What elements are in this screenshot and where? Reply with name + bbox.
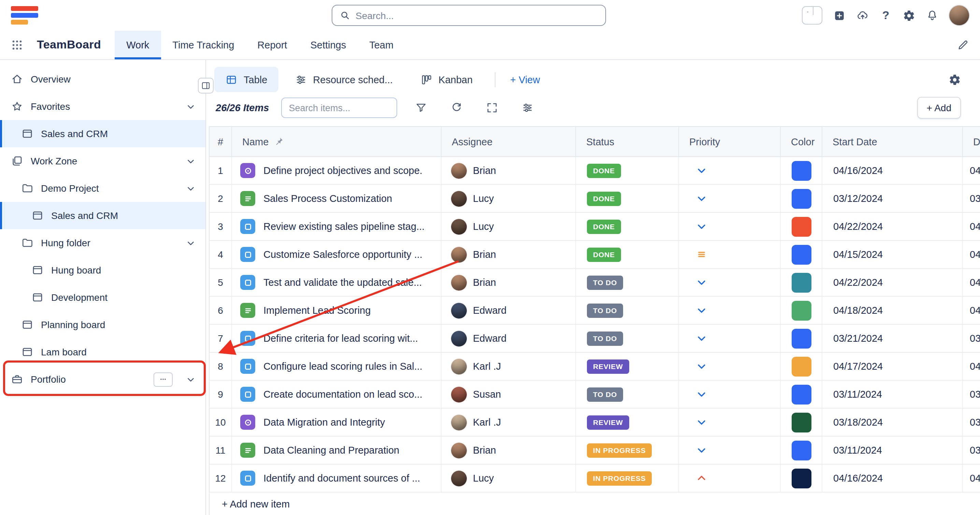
start-date-cell[interactable]: 03/12/2024 [822, 185, 963, 212]
priority-up-button[interactable] [695, 472, 708, 484]
assignee-cell[interactable]: Brian [442, 269, 576, 296]
start-date-cell[interactable]: 04/16/2024 [822, 464, 963, 492]
name-cell[interactable]: Create documentation on lead sco... [232, 381, 442, 408]
status-badge[interactable]: DONE [587, 219, 621, 234]
nav-tab-report[interactable]: Report [246, 31, 299, 59]
nav-tab-settings[interactable]: Settings [299, 31, 358, 59]
name-cell[interactable]: Define criteria for lead scoring wit... [232, 325, 442, 352]
sidebar-item-planning-board[interactable]: Planning board [0, 311, 205, 339]
start-date-cell[interactable]: 03/11/2024 [822, 381, 963, 408]
table-row[interactable]: 6Implement Lead ScoringEdwardTO DO04/18/… [210, 297, 980, 325]
due-date-cell[interactable]: 04 [963, 464, 980, 492]
assignee-cell[interactable]: Karl .J [442, 353, 576, 380]
color-swatch[interactable] [791, 300, 811, 320]
global-search-input[interactable] [356, 10, 598, 21]
color-swatch[interactable] [791, 245, 811, 264]
name-cell[interactable]: Identify and document sources of ... [232, 464, 442, 492]
start-date-cell[interactable]: 04/15/2024 [822, 241, 963, 268]
priority-down-button[interactable] [695, 304, 708, 316]
table-row[interactable]: 1Define project objectives and scope.Bri… [210, 157, 980, 185]
quick-add-button[interactable] [833, 9, 846, 21]
sidebar-item-sales-and-crm[interactable]: Sales and CRM [0, 202, 205, 229]
assignee-cell[interactable]: Susan [442, 381, 576, 408]
name-cell[interactable]: Define project objectives and scope. [232, 157, 442, 184]
chevron-down-icon[interactable] [186, 156, 196, 166]
color-swatch[interactable] [791, 440, 811, 460]
start-date-cell[interactable]: 03/11/2024 [822, 437, 963, 464]
view-tab-table[interactable]: Table [214, 67, 278, 92]
cloud-sync-button[interactable] [856, 9, 869, 21]
table-row[interactable]: 7Define criteria for lead scoring wit...… [210, 325, 980, 353]
table-row[interactable]: 5Test and validate the updated sale...Br… [210, 269, 980, 297]
start-date-cell[interactable]: 04/22/2024 [822, 269, 963, 296]
priority-down-button[interactable] [695, 388, 708, 401]
color-swatch[interactable] [791, 356, 811, 376]
table-row[interactable]: 9Create documentation on lead sco...Susa… [210, 381, 980, 409]
priority-down-button[interactable] [695, 276, 708, 289]
sidebar-item-favorites[interactable]: Favorites [0, 93, 205, 120]
color-swatch[interactable] [791, 272, 811, 292]
table-row[interactable]: 11Data Cleaning and PreparationBrianIN P… [210, 437, 980, 464]
due-date-cell[interactable]: 04 [963, 157, 980, 184]
status-badge[interactable]: TO DO [587, 331, 623, 345]
status-badge[interactable]: DONE [587, 191, 621, 206]
assignee-cell[interactable]: Brian [442, 437, 576, 464]
sidebar-item-portfolio[interactable]: Portfolio [0, 366, 205, 393]
assignee-cell[interactable]: Brian [442, 241, 576, 268]
assignee-cell[interactable]: Brian [442, 157, 576, 184]
name-cell[interactable]: Data Migration and Integrity [232, 409, 442, 436]
assignee-cell[interactable]: Lucy [442, 185, 576, 212]
assignee-cell[interactable]: Lucy [442, 464, 576, 492]
name-cell[interactable]: Test and validate the updated sale... [232, 269, 442, 296]
user-avatar[interactable] [949, 5, 969, 25]
start-date-cell[interactable]: 04/22/2024 [822, 213, 963, 240]
name-cell[interactable]: Data Cleaning and Preparation [232, 437, 442, 464]
add-new-item-row[interactable]: + Add new item [210, 493, 980, 515]
sidebar-item-hung-board[interactable]: Hung board [0, 256, 205, 284]
favorites-dropdown-icon[interactable] [813, 7, 822, 15]
status-badge[interactable]: IN PROGRESS [587, 443, 652, 457]
priority-medium-button[interactable] [695, 248, 708, 261]
favorites-split-button[interactable] [802, 6, 822, 25]
color-swatch[interactable] [791, 385, 811, 404]
name-cell[interactable]: Implement Lead Scoring [232, 297, 442, 324]
assignee-cell[interactable]: Karl .J [442, 409, 576, 436]
column-settings-button[interactable] [516, 97, 539, 118]
view-settings-button[interactable] [948, 73, 961, 86]
sidebar-item-demo-project[interactable]: Demo Project [0, 175, 205, 202]
start-date-cell[interactable]: 03/21/2024 [822, 325, 963, 352]
sidebar-item-hung-folder[interactable]: Hung folder [0, 229, 205, 256]
due-date-cell[interactable]: 04 [963, 213, 980, 240]
sidebar-collapse-button[interactable] [198, 78, 213, 94]
status-badge[interactable]: REVIEW [587, 415, 629, 429]
name-cell[interactable]: Review existing sales pipeline stag... [232, 213, 442, 240]
color-swatch[interactable] [791, 161, 811, 180]
chevron-down-icon[interactable] [186, 238, 196, 248]
name-cell[interactable]: Sales Process Customization [232, 185, 442, 212]
chevron-down-icon[interactable] [186, 374, 196, 385]
table-row[interactable]: 4Customize Salesforce opportunity ...Bri… [210, 241, 980, 269]
table-row[interactable]: 3Review existing sales pipeline stag...L… [210, 213, 980, 241]
refresh-button[interactable] [445, 97, 468, 118]
start-date-cell[interactable]: 04/17/2024 [822, 353, 963, 380]
table-row[interactable]: 2Sales Process CustomizationLucyDONE03/1… [210, 185, 980, 213]
priority-down-button[interactable] [695, 220, 708, 233]
status-badge[interactable]: TO DO [587, 303, 623, 318]
color-swatch[interactable] [791, 329, 811, 348]
items-search-input[interactable] [289, 103, 390, 113]
settings-button[interactable] [903, 9, 915, 21]
filter-button[interactable] [409, 97, 433, 118]
table-row[interactable]: 12Identify and document sources of ...Lu… [210, 464, 980, 493]
sidebar-item-sales-and-crm[interactable]: Sales and CRM [0, 120, 205, 147]
start-date-cell[interactable]: 04/18/2024 [822, 297, 963, 324]
due-date-cell[interactable]: 04 [963, 297, 980, 324]
view-tab-kanban[interactable]: Kanban [409, 67, 484, 92]
color-swatch[interactable] [791, 216, 811, 236]
name-cell[interactable]: Customize Salesforce opportunity ... [232, 241, 442, 268]
due-date-cell[interactable]: 04 [963, 269, 980, 296]
color-swatch[interactable] [791, 468, 811, 488]
pin-icon[interactable] [273, 137, 283, 147]
start-date-cell[interactable]: 04/16/2024 [822, 157, 963, 184]
nav-tab-work[interactable]: Work [115, 31, 161, 59]
status-badge[interactable]: IN PROGRESS [587, 471, 652, 485]
